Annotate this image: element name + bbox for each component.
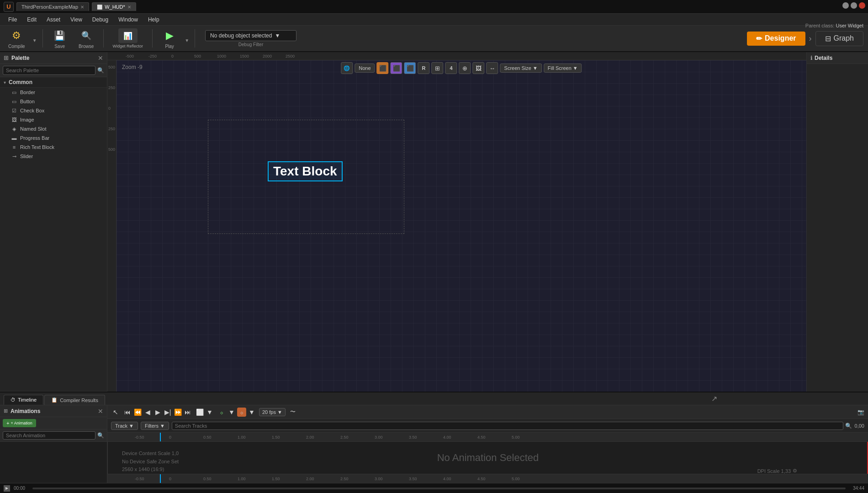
menu-file[interactable]: File [4,15,21,24]
palette-item-slider[interactable]: ⊸ Slider [0,152,107,161]
menu-view[interactable]: View [66,15,87,24]
none-button[interactable]: None [355,64,375,73]
tl-skip-end-button[interactable]: ⏭ [183,408,192,417]
palette-item-border[interactable]: ▭ Border [0,88,107,97]
tl-square-arrow-icon[interactable]: ▼ [205,408,214,417]
play-arrow[interactable]: ▼ [185,38,189,43]
browse-button[interactable]: 🔍 Browse [75,27,98,51]
menu-debug[interactable]: Debug [88,15,113,24]
bottom-playhead [160,474,161,483]
search-animation-input[interactable] [3,431,95,440]
select-mode-button[interactable]: 🌐 [341,62,353,74]
save-button[interactable]: 💾 Save [48,27,71,51]
tl-key-arrow[interactable]: ▼ [227,408,236,417]
status-play-button[interactable]: ▶ [4,485,10,492]
menu-help[interactable]: Help [143,15,164,24]
search-palette-input[interactable] [3,66,95,75]
fill-color-btn-2[interactable]: ⬛ [391,62,402,74]
palette-common-header[interactable]: ▾ Common [0,77,107,88]
timeline-playhead[interactable] [160,433,161,441]
palette-item-image[interactable]: 🖼 Image [0,115,107,124]
zoom-to-fit-button[interactable]: ↔ [487,62,498,74]
tl-key-btn-2[interactable]: ⬦ [237,408,246,417]
menu-asset[interactable]: Asset [42,15,65,24]
tl-bottom-mark: -0.50 [135,477,169,481]
compile-button[interactable]: ⚙ Compile [5,27,29,51]
tl-key-btn-1[interactable]: ⬦ [217,408,226,417]
tl-play-button[interactable]: ▶ [153,408,162,417]
text-block-widget[interactable]: Text Block [268,161,343,181]
designer-button[interactable]: ✏ Designer [747,32,805,46]
tl-bottom-mark: 0.50 [203,477,238,481]
ruler-mark: 1500 [240,54,263,58]
timeline-tab[interactable]: ⏱ Timeline [4,395,43,405]
image-button[interactable]: 🖼 [473,62,485,74]
tl-ruler-mark: 2.00 [306,435,340,440]
widget-reflector-button[interactable]: 📊 Widget Reflector [109,27,147,50]
palette-item-button[interactable]: ▭ Button [0,97,107,106]
tl-skip-start-button[interactable]: ⏮ [123,408,132,417]
palette-item-checkbox[interactable]: ☑ Check Box [0,106,107,115]
tl-cursor-icon[interactable]: ↖ [111,408,120,417]
fill-color-btn-3[interactable]: ⬛ [404,62,416,74]
richtextblock-icon: ≡ [11,144,17,150]
animations-close-icon[interactable]: ✕ [98,408,103,415]
palette-close-icon[interactable]: ✕ [98,54,103,62]
snap-btn[interactable]: ⊕ [459,62,471,74]
map-tab[interactable]: ThirdPersonExampleMap ✕ [16,2,89,11]
add-animation-plus-icon: + [6,420,9,426]
tl-square-icon[interactable]: ⬜ [195,408,204,417]
graph-icon: ⊟ [825,34,831,43]
map-tab-close[interactable]: ✕ [80,5,84,10]
search-tracks-input[interactable] [172,422,843,430]
animations-toolbar: + + Animation [0,417,107,429]
filters-button[interactable]: Filters ▼ [141,422,169,430]
debug-dropdown-label: No debug object selected [210,32,272,39]
tl-ruler-mark: 1.50 [272,435,306,440]
minimize-button[interactable] [842,2,849,9]
search-tracks-icon: 🔍 [845,423,852,429]
fps-dropdown[interactable]: 20 fps ▼ [259,408,286,416]
bottom-tabs: ⏱ Timeline 📋 Compiler Results [0,392,868,405]
ruler-left-mark: 500 [108,147,115,168]
dpi-scale-settings-icon[interactable]: ⚙ [793,468,797,474]
grid-button[interactable]: ⊞ [432,62,444,74]
tl-ruler-mark: 0.50 [203,435,238,440]
resize-handle-icon[interactable]: ↗ [711,394,717,403]
tl-step-back-button[interactable]: ⏪ [133,408,142,417]
palette-item-namedslot[interactable]: ◈ Named Slot [0,124,107,133]
tl-frame-back-button[interactable]: ◀ [143,408,152,417]
status-progress-bar[interactable] [32,488,846,489]
tl-bottom-mark: 4.50 [477,477,512,481]
palette-item-richtextblock[interactable]: ≡ Rich Text Block [0,143,107,152]
add-animation-button[interactable]: + + Animation [3,419,36,427]
animations-panel: ⊞ Animations ✕ + + Animation 🔍 [0,405,107,483]
compiler-results-tab[interactable]: 📋 Compiler Results [44,395,105,405]
widget-tab-close[interactable]: ✕ [127,5,131,10]
tl-waveform-icon[interactable]: 〜 [288,408,297,417]
menu-edit[interactable]: Edit [22,15,41,24]
maximize-button[interactable] [851,2,857,9]
screen-size-dropdown[interactable]: Screen Size ▼ [500,64,542,73]
track-button[interactable]: Track ▼ [111,422,138,430]
graph-button[interactable]: ⊟ Graph [815,31,863,46]
time-display: 0,00 [855,423,864,429]
tl-frame-fwd-button[interactable]: ▶| [163,408,172,417]
widget-tab[interactable]: ⬜ W_HUD* ✕ [92,2,136,11]
menu-window[interactable]: Window [114,15,143,24]
ruler-mark: 500 [194,54,217,58]
tl-key-arrow-2[interactable]: ▼ [247,408,256,417]
tl-bottom-mark: 1.00 [238,477,272,481]
close-button[interactable] [859,2,865,9]
tl-step-fwd-button[interactable]: ⏩ [173,408,182,417]
play-button[interactable]: ▶ Play [158,27,181,51]
debug-dropdown[interactable]: No debug object selected ▼ [205,30,296,41]
fill-screen-dropdown[interactable]: Fill Screen ▼ [544,64,582,73]
palette-item-progressbar[interactable]: ▬ Progress Bar [0,133,107,143]
fill-color-btn-1[interactable]: ⬛ [377,62,389,74]
r-button[interactable]: R [418,62,430,74]
tl-ruler-mark: 3.00 [375,435,409,440]
num4-button[interactable]: 4 [445,62,457,74]
compile-arrow[interactable]: ▼ [32,34,37,43]
tl-camera-icon[interactable]: 📷 [857,409,864,415]
